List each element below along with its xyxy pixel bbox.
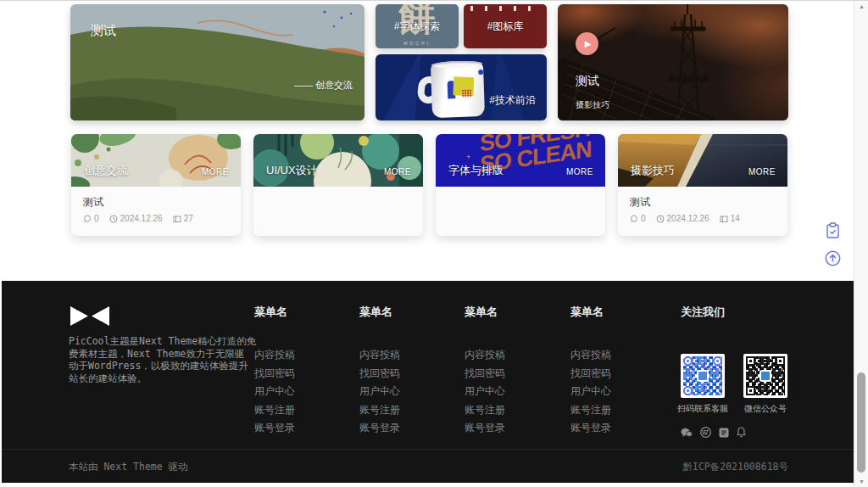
category-cards-row: 创意交流 MORE 测试 0 2024.12.26 27 [71, 134, 787, 236]
scrollbar-thumb[interactable] [857, 372, 865, 473]
menu-link[interactable]: 账号注册 [359, 401, 453, 420]
category-name[interactable]: 字体与排版 [448, 163, 504, 178]
post-meta: 0 2024.12.26 27 [83, 214, 229, 223]
menu-link[interactable]: 账号登录 [254, 419, 348, 438]
category-name[interactable]: 摄影技巧 [631, 163, 675, 178]
video-post-category[interactable]: 摄影技巧 [576, 99, 609, 111]
footer-divider [2, 449, 854, 450]
post-title[interactable]: 测试 [83, 195, 229, 210]
footer-menu-2: 菜单名 内容投稿 找回密码 用户中心 账号注册 账号登录 [359, 305, 453, 438]
tag-card-icon-library[interactable]: #图标库 [464, 4, 547, 48]
category-post-list [253, 187, 423, 217]
powered-by-text[interactable]: 本站由 Next Theme 驱动 [69, 461, 188, 473]
tag-card-font-explore[interactable]: 餅 MOCHI #字体探索 [376, 4, 459, 48]
qr-position-marker [683, 386, 693, 395]
social-icons-row [681, 427, 746, 438]
mug-print-dot [478, 70, 483, 75]
weibo-icon[interactable] [719, 428, 729, 438]
menu-link[interactable]: 账号注册 [465, 401, 558, 420]
views-icon [173, 215, 181, 223]
main-content: 测试 —— 创意交流 餅 MOCHI #字体探索 #图标库 [70, 4, 788, 120]
menu-link[interactable]: 找回密码 [254, 365, 348, 383]
post-date: 2024.12.26 [667, 214, 709, 223]
category-post-list [436, 187, 605, 217]
more-button[interactable]: MORE [566, 167, 593, 176]
menu-title: 菜单名 [465, 305, 558, 320]
qr-center-icon [697, 370, 709, 382]
category-cover[interactable]: 创意交流 MORE [71, 134, 241, 187]
footer-menu-1: 菜单名 内容投稿 找回密码 用户中心 账号注册 账号登录 [254, 305, 348, 438]
tag-cards-row: 餅 MOCHI #字体探索 #图标库 [376, 4, 547, 48]
floral-illustration [71, 134, 241, 187]
scrollbar-up-arrow[interactable]: ▲ [854, 1, 868, 13]
post-title[interactable]: 测试 [630, 195, 776, 210]
menu-link[interactable]: 账号注册 [570, 401, 664, 420]
menu-link[interactable]: 账号登录 [465, 419, 558, 438]
category-cover[interactable]: UI/UX设计 MORE [253, 134, 423, 187]
menu-link[interactable]: 内容投稿 [465, 346, 558, 365]
menu-link[interactable]: 内容投稿 [359, 346, 453, 365]
menu-link[interactable]: 用户中心 [254, 383, 348, 401]
site-logo[interactable] [69, 305, 111, 331]
category-post-list: 测试 0 2024.12.26 14 [618, 187, 787, 236]
mochi-art-caption: MOCHI [376, 41, 459, 46]
back-to-top-button[interactable] [824, 249, 841, 266]
scrollbar-down-arrow[interactable]: ▼ [854, 476, 868, 487]
tag-card-label: #图标库 [487, 20, 524, 34]
follow-us-title: 关注我们 [681, 305, 791, 320]
menu-title: 菜单名 [570, 305, 664, 320]
hero-middle-column: 餅 MOCHI #字体探索 #图标库 [376, 4, 547, 120]
qr-position-marker [713, 356, 722, 366]
wechat-icon[interactable] [681, 428, 693, 438]
arrow-up-circle-icon [825, 250, 841, 266]
more-button[interactable]: MORE [384, 167, 411, 176]
menu-link[interactable]: 用户中心 [359, 383, 453, 401]
view-count: 14 [731, 214, 740, 223]
menu-link[interactable]: 账号注册 [254, 401, 348, 420]
play-button[interactable]: ▶ [576, 32, 598, 55]
hero-title: 测试 [91, 23, 116, 39]
footer: PicCool主题是Next Theme精心打造的免 费素材主题，Next Th… [2, 281, 854, 483]
views-icon [720, 215, 728, 223]
landscape-illustration [70, 4, 364, 120]
bowtie-logo-icon [69, 305, 111, 327]
qr-label: 微信公众号 [740, 403, 791, 415]
category-post-list: 测试 0 2024.12.26 27 [71, 187, 241, 236]
category-card-creative: 创意交流 MORE 测试 0 2024.12.26 27 [71, 134, 241, 236]
more-button[interactable]: MORE [202, 167, 229, 176]
tag-card-tech-frontier[interactable]: #技术前沿 [376, 54, 547, 120]
menu-link[interactable]: 内容投稿 [254, 346, 348, 365]
icp-license-link[interactable]: 黔ICP备2021008618号 [682, 461, 788, 473]
qr-center-icon [760, 370, 771, 382]
clock-icon [109, 215, 118, 223]
menu-link[interactable]: 用户中心 [465, 383, 558, 401]
cliff-photo [618, 134, 787, 187]
menu-link[interactable]: 账号登录 [359, 419, 453, 438]
category-cover[interactable]: SO FRESH SO CLEAN + 字体与排版 MORE [436, 134, 605, 187]
more-button[interactable]: MORE [748, 167, 776, 176]
mug-body [431, 63, 485, 118]
menu-link[interactable]: 内容投稿 [570, 346, 664, 365]
tag-card-label: #技术前沿 [489, 93, 536, 108]
play-icon: ▶ [585, 40, 592, 48]
hero-category-tag[interactable]: —— 创意交流 [294, 79, 353, 92]
menu-link[interactable]: 用户中心 [570, 383, 664, 401]
clipboard-check-button[interactable] [824, 221, 841, 238]
notification-bell-icon[interactable] [737, 427, 746, 438]
menu-link[interactable]: 找回密码 [570, 365, 664, 383]
category-name[interactable]: UI/UX设计 [266, 163, 318, 178]
category-card-typography: SO FRESH SO CLEAN + 字体与排版 MORE [436, 134, 605, 236]
comments-icon [630, 215, 638, 223]
customer-service-qr-code [681, 354, 725, 398]
menu-link[interactable]: 找回密码 [359, 365, 453, 383]
wordpress-icon[interactable] [700, 427, 711, 438]
hero-card-video[interactable]: ▶ 测试 摄影技巧 [558, 4, 788, 120]
category-name[interactable]: 创意交流 [84, 163, 128, 178]
browser-scrollbar[interactable]: ▲ ▼ [854, 1, 868, 487]
comment-count: 0 [641, 214, 646, 223]
menu-link[interactable]: 找回密码 [465, 365, 558, 383]
hero-card-creative[interactable]: 测试 —— 创意交流 [70, 4, 364, 120]
video-post-title[interactable]: 测试 [576, 74, 599, 89]
category-cover[interactable]: 摄影技巧 MORE [618, 134, 787, 187]
menu-link[interactable]: 账号登录 [570, 419, 664, 438]
